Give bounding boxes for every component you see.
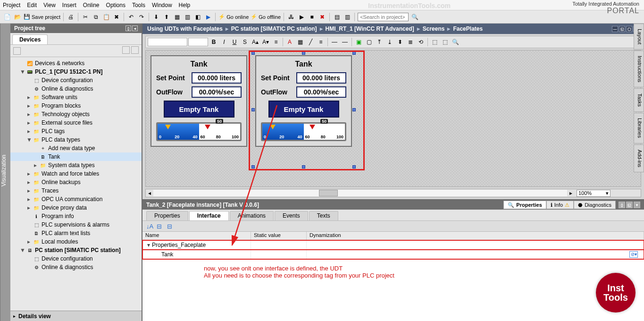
tree-item[interactable]: ⬚PLC supervisions & alarms: [10, 220, 142, 229]
search-go-icon[interactable]: 🔍: [410, 13, 419, 21]
tree-twisty-icon[interactable]: ▸: [26, 111, 31, 118]
fp2-empty-tank-button[interactable]: Empty Tank: [268, 101, 339, 118]
menu-window[interactable]: Window: [152, 2, 172, 8]
distribute-icon[interactable]: ≣: [406, 37, 415, 47]
upload-icon[interactable]: ⬆: [162, 13, 171, 21]
tree-item[interactable]: ▼📟PLC_1 [CPU 1512C-1 PN]: [10, 68, 142, 76]
menu-view[interactable]: View: [43, 2, 56, 8]
font-size-select[interactable]: [188, 38, 208, 46]
fp1-empty-tank-button[interactable]: Empty Tank: [164, 101, 234, 118]
subtab-properties[interactable]: Properties: [146, 211, 188, 220]
tree-item[interactable]: ▸📁PLC tags: [10, 127, 142, 135]
subtab-interface[interactable]: Interface: [189, 211, 229, 220]
row-expand-icon[interactable]: ▾: [145, 242, 152, 248]
menu-options[interactable]: Options: [106, 2, 125, 8]
undo-icon[interactable]: ↶: [127, 13, 135, 21]
zoom-select[interactable]: 100%▾: [577, 190, 611, 197]
tree-item[interactable]: 📶Devices & networks: [10, 59, 142, 68]
tree-item[interactable]: ⬚Device configuration: [10, 76, 142, 84]
tree-item[interactable]: ▸📁Watch and force tables: [10, 169, 142, 178]
save-project-button[interactable]: 💾 Save project: [24, 14, 60, 20]
new-project-icon[interactable]: 📄: [3, 13, 11, 21]
go-online-button[interactable]: ⚡ Go online: [218, 14, 249, 20]
menu-online[interactable]: Online: [83, 2, 100, 8]
font-shrink-icon[interactable]: A▾: [261, 37, 270, 47]
inspector-tab-diagnostics[interactable]: ⬣Diagnostics: [574, 201, 616, 209]
fp1-outflow-value[interactable]: 00.00%/sec: [192, 86, 242, 98]
inspector-tab-properties[interactable]: 🔍Properties: [503, 201, 546, 209]
tree-twisty-icon[interactable]: ▸: [26, 119, 31, 126]
tree-tool-icon-1[interactable]: [122, 46, 130, 54]
bold-button[interactable]: B: [209, 37, 218, 47]
copy-icon[interactable]: ⧉: [92, 13, 100, 21]
interface-table[interactable]: Name Static value Dynamization ▾Properti…: [142, 231, 644, 321]
tree-tool-icon-2[interactable]: [131, 46, 139, 54]
font-select[interactable]: [148, 38, 187, 46]
font-grow-icon[interactable]: A▴: [251, 37, 260, 47]
menu-insert[interactable]: Insert: [62, 2, 76, 8]
inspector-tab-info[interactable]: ℹInfo⚠: [546, 201, 574, 209]
tree-item[interactable]: ＋Add new data type: [10, 144, 142, 152]
editor-restore-icon[interactable]: ◱: [619, 26, 625, 32]
tree-item[interactable]: ⬚Device configuration: [10, 254, 142, 263]
underline-button[interactable]: U: [230, 37, 239, 47]
fp2-setpoint-value[interactable]: 00.000 liters: [296, 72, 346, 84]
breadcrumb-1[interactable]: PC station [SIMATIC PC station]: [231, 25, 317, 32]
side-tab-tasks[interactable]: Tasks: [634, 88, 644, 112]
tree-item[interactable]: ▸📁Device proxy data: [10, 203, 142, 212]
project-tree[interactable]: 📶Devices & networks▼📟PLC_1 [CPU 1512C-1 …: [10, 57, 142, 311]
tree-twisty-icon[interactable]: ▸: [26, 128, 31, 135]
side-tab-layout[interactable]: Layout: [634, 24, 644, 50]
interface-row-tank[interactable]: Tank ⊘▾: [142, 250, 644, 259]
italic-button[interactable]: I: [219, 37, 229, 47]
open-project-icon[interactable]: 📂: [13, 13, 22, 21]
subtab-animations[interactable]: Animations: [230, 211, 274, 220]
tree-item[interactable]: ▸📁Program blocks: [10, 101, 142, 110]
align-vcenter-icon[interactable]: ⬍: [395, 37, 405, 47]
tree-item[interactable]: ▸📁Technology objects: [10, 110, 142, 118]
zoom-tool-icon[interactable]: 🔍: [451, 37, 460, 47]
breadcrumb-2[interactable]: HMI_RT_1 [WinCC RT Advanced]: [326, 25, 414, 32]
network-view-icon[interactable]: [13, 47, 21, 55]
go-offline-button[interactable]: ⚡ Go offline: [251, 14, 281, 20]
inspector-collapse-icon[interactable]: ▯: [619, 202, 625, 208]
inspector-restore-icon[interactable]: ◱: [626, 202, 633, 208]
cut-icon[interactable]: ✂: [81, 13, 90, 21]
start-cpu-icon[interactable]: ▶: [297, 13, 306, 21]
tree-item[interactable]: ▸📁External source files: [10, 118, 142, 127]
breadcrumb-3[interactable]: Screens: [423, 25, 445, 32]
delete-icon[interactable]: ✖: [112, 13, 121, 21]
tree-twisty-icon[interactable]: ▸: [26, 238, 31, 245]
subtab-events[interactable]: Events: [275, 211, 308, 220]
hardware-icon[interactable]: ▥: [183, 13, 192, 21]
details-expand-icon[interactable]: ▸: [13, 313, 16, 319]
menu-project[interactable]: Project: [3, 2, 20, 8]
align-bottom-icon[interactable]: ⤓: [385, 37, 394, 47]
faceplate-tank-2[interactable]: Tank Set Point 00.000 liters OutFlow 00.…: [255, 55, 352, 147]
compile-icon[interactable]: ▦: [173, 13, 181, 21]
tree-item[interactable]: 🗎Tank: [10, 152, 142, 161]
accessible-devices-icon[interactable]: 🖧: [287, 13, 295, 21]
sort-icon[interactable]: ↓A: [146, 223, 154, 229]
font-color-icon[interactable]: A: [285, 37, 294, 47]
menu-tools[interactable]: Tools: [132, 2, 145, 8]
col-header-dynamization[interactable]: Dynamization: [307, 232, 644, 240]
scroll-right-icon[interactable]: ▸: [567, 190, 575, 196]
panel-pin-icon[interactable]: ◂: [132, 25, 138, 31]
side-tab-instructions[interactable]: Instructions: [634, 51, 644, 87]
tree-item[interactable]: ▸📁System data types: [10, 161, 142, 169]
sim-icon[interactable]: ◧: [193, 13, 202, 21]
bring-front-icon[interactable]: ▣: [354, 37, 363, 47]
menu-edit[interactable]: Edit: [27, 2, 37, 8]
side-tab-addins[interactable]: Add-ins: [634, 144, 644, 172]
tree-twisty-icon[interactable]: ▸: [26, 196, 31, 203]
tree-item[interactable]: ▸📁Local modules: [10, 237, 142, 246]
panel-collapse-icon[interactable]: ▯: [125, 25, 131, 31]
paste-icon[interactable]: 📋: [102, 13, 110, 21]
tree-item[interactable]: ⚙Online & diagnostics: [10, 84, 142, 93]
line-color-icon[interactable]: ╱: [306, 37, 315, 47]
tree-item[interactable]: ℹProgram info: [10, 212, 142, 220]
screen-canvas[interactable]: Tank Set Point 00.000 liters OutFlow 00.…: [145, 50, 641, 187]
zoom-dropdown-icon[interactable]: ▾: [606, 190, 609, 196]
tree-item[interactable]: ⚙Online & diagnostics: [10, 263, 142, 271]
